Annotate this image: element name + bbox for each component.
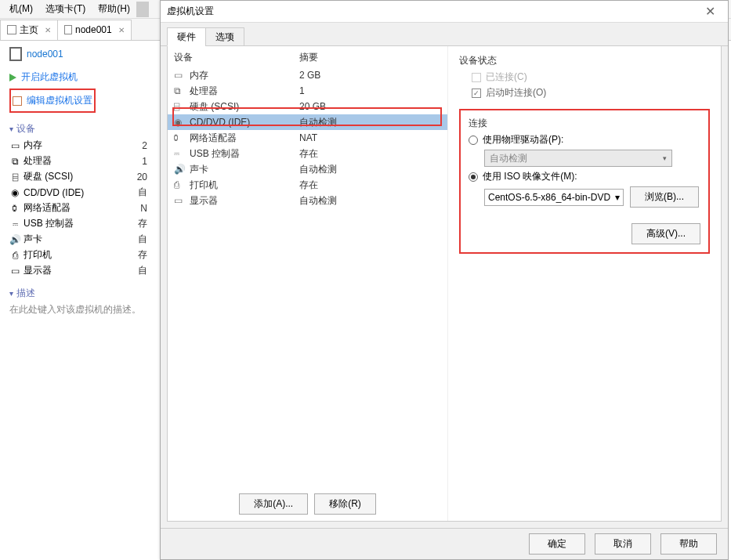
vm-icon (64, 25, 72, 34)
iso-file-text: CentOS-6.5-x86_64-bin-DVD (488, 192, 610, 203)
iso-file-select[interactable]: CentOS-6.5-x86_64-bin-DVD ▾ (484, 189, 624, 206)
list-item[interactable]: ⎙打印机存 (9, 248, 147, 262)
tab-options[interactable]: 选项 (205, 27, 244, 46)
hw-summary: 1 (299, 85, 305, 96)
add-button[interactable]: 添加(A)... (239, 493, 308, 515)
radio-icon[interactable] (469, 172, 478, 182)
vm-icon (9, 47, 22, 61)
hw-name: CD/DVD (IDE) (190, 117, 299, 128)
checkbox-icon[interactable]: ✓ (472, 89, 481, 98)
highlight-edit-settings: 编辑虚拟机设置 (9, 89, 96, 113)
edit-settings-action[interactable]: 编辑虚拟机设置 (13, 92, 92, 109)
tab-hardware[interactable]: 硬件 (167, 27, 206, 46)
remove-button[interactable]: 移除(R) (314, 493, 376, 515)
close-icon[interactable]: ✕ (45, 26, 51, 34)
dev-name: 声卡 (24, 233, 132, 246)
radio-use-iso[interactable]: 使用 ISO 映像文件(M): (469, 170, 700, 183)
checkbox-icon (472, 73, 481, 82)
list-item[interactable]: ⧮网络适配器N (9, 201, 147, 215)
use-physical-label: 使用物理驱动器(P): (483, 133, 563, 146)
close-icon[interactable]: ✕ (699, 4, 722, 19)
vm-title-text: node001 (27, 49, 63, 60)
table-row[interactable]: ⧮网络适配器NAT (168, 130, 447, 146)
play-icon (9, 74, 16, 81)
list-item[interactable]: ⌸硬盘 (SCSI)20 (9, 170, 147, 183)
dev-val: 存 (132, 248, 147, 262)
dev-val: 存 (132, 217, 147, 230)
list-item[interactable]: ⧉处理器1 (9, 154, 147, 168)
browse-button[interactable]: 浏览(B)... (630, 186, 699, 208)
display-icon: ▭ (174, 195, 186, 206)
advanced-button[interactable]: 高级(V)... (631, 223, 700, 244)
device-settings-panel: 设备状态 已连接(C) ✓ 启动时连接(O) 连接 使用物理驱动器(P): 自动… (448, 46, 721, 521)
disk-icon: ⌸ (174, 101, 186, 112)
usb-icon: ⎓ (9, 219, 20, 229)
ok-button[interactable]: 确定 (529, 533, 585, 555)
hw-name: 显示器 (190, 194, 299, 208)
edit-settings-link[interactable]: 编辑虚拟机设置 (27, 94, 92, 107)
table-row[interactable]: 🔊声卡自动检测 (168, 161, 447, 177)
dev-val: 自 (132, 186, 147, 199)
table-row[interactable]: ⧉处理器1 (168, 83, 447, 99)
memory-icon: ▭ (174, 70, 186, 81)
vm-settings-dialog: 虚拟机设置 ✕ 硬件 选项 设备 摘要 ▭内存2 GB ⧉处理器1 ⌸硬盘 (S… (160, 0, 729, 560)
list-item[interactable]: ▭内存2 (9, 139, 147, 152)
dialog-title-text: 虚拟机设置 (167, 5, 214, 18)
description-header[interactable]: 描述 (9, 287, 147, 300)
cpu-icon: ⧉ (9, 157, 20, 166)
connect-at-poweron-row[interactable]: ✓ 启动时连接(O) (472, 86, 710, 99)
list-item[interactable]: 🔊声卡自 (9, 233, 147, 246)
physical-drive-select: 自动检测 ▾ (484, 150, 672, 167)
dev-name: 网络适配器 (24, 201, 132, 215)
tab-node[interactable]: node001 ✕ (57, 20, 132, 40)
table-row[interactable]: ⎓USB 控制器存在 (168, 146, 447, 161)
dialog-tabs: 硬件 选项 (161, 27, 728, 46)
cancel-button[interactable]: 取消 (595, 533, 651, 555)
dev-name: 内存 (24, 139, 132, 152)
table-row[interactable]: ▭内存2 GB (168, 67, 447, 83)
menu-vm[interactable]: 机(M) (3, 1, 39, 17)
use-iso-label: 使用 ISO 映像文件(M): (483, 170, 577, 183)
table-row[interactable]: ▭显示器自动检测 (168, 193, 447, 208)
dev-val: 20 (132, 172, 147, 182)
menu-help[interactable]: 帮助(H) (92, 1, 136, 17)
menu-tabs[interactable]: 选项卡(T) (39, 1, 92, 17)
dev-name: 打印机 (24, 248, 132, 262)
dev-name: 硬盘 (SCSI) (24, 170, 132, 183)
table-row[interactable]: ⌸硬盘 (SCSI)20 GB (168, 99, 447, 114)
list-item[interactable]: ◉CD/DVD (IDE)自 (9, 186, 147, 199)
dev-val: 2 (132, 140, 147, 151)
list-item[interactable]: ⎓USB 控制器存 (9, 217, 147, 230)
table-row[interactable]: ⎙打印机存在 (168, 177, 447, 193)
hw-summary: 2 GB (299, 70, 320, 81)
memory-icon: ▭ (9, 141, 20, 150)
table-row-cddvd[interactable]: ◉CD/DVD (IDE)自动检测 (168, 114, 447, 130)
chevron-down-icon: ▾ (663, 154, 667, 162)
network-icon: ⧮ (9, 204, 20, 213)
hw-summary: 存在 (299, 147, 318, 161)
disk-icon: ⌸ (9, 172, 20, 182)
hw-summary: 自动检测 (299, 194, 337, 208)
power-on-action[interactable]: 开启此虚拟机 (9, 69, 147, 85)
vm-summary-pane: node001 开启此虚拟机 编辑虚拟机设置 设备 ▭内存2 ⧉处理器1 ⌸硬盘… (0, 41, 157, 323)
dev-val: 自 (132, 233, 147, 246)
hw-summary: 自动检测 (299, 163, 337, 176)
radio-physical-drive[interactable]: 使用物理驱动器(P): (469, 133, 700, 146)
help-button[interactable]: 帮助 (660, 533, 717, 555)
power-on-link[interactable]: 开启此虚拟机 (21, 70, 78, 84)
hw-summary: 自动检测 (299, 116, 337, 129)
dev-val: 自 (132, 264, 147, 277)
tab-home[interactable]: 主页 ✕ (0, 20, 58, 40)
list-item[interactable]: ▭显示器自 (9, 264, 147, 277)
col-device: 设备 (174, 51, 299, 64)
radio-icon[interactable] (469, 135, 478, 145)
usb-icon: ⎓ (174, 148, 186, 159)
description-placeholder[interactable]: 在此处键入对该虚拟机的描述。 (9, 303, 147, 316)
devices-header[interactable]: 设备 (9, 122, 147, 135)
close-icon[interactable]: ✕ (118, 26, 125, 34)
dev-name: USB 控制器 (24, 217, 132, 230)
device-list: ▭内存2 ⧉处理器1 ⌸硬盘 (SCSI)20 ◉CD/DVD (IDE)自 ⧮… (9, 139, 147, 277)
col-summary: 摘要 (299, 51, 318, 64)
dev-val: N (132, 203, 147, 214)
cd-icon: ◉ (9, 188, 20, 197)
